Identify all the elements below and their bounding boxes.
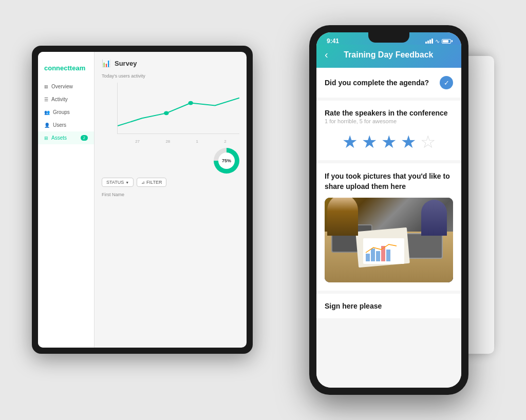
signature-question: Sign here please: [325, 302, 453, 310]
user-icon: 👤: [44, 123, 50, 128]
upload-section: If you took pictures that you'd like to …: [316, 163, 461, 291]
line-chart: [118, 83, 239, 133]
status-icons: ∿: [425, 38, 451, 45]
nav-activity-label: Activity: [51, 97, 68, 102]
nav-users[interactable]: 👤 Users: [38, 119, 94, 131]
agenda-section: Did you complete the agenda? ✓: [316, 68, 461, 98]
checkmark-icon: ✓: [444, 79, 449, 87]
star-1[interactable]: ★: [342, 131, 358, 152]
users-icon: 👥: [44, 110, 50, 115]
status-label: STATUS: [106, 180, 124, 185]
stars-container: ★ ★ ★ ★ ☆: [325, 131, 453, 152]
chart-label: Today's users activity: [102, 73, 239, 79]
svg-rect-6: [386, 250, 390, 261]
svg-point-1: [188, 101, 193, 105]
phone-screen: 9:41 ∿ ‹ Trainin: [316, 32, 461, 388]
svg-rect-3: [371, 249, 375, 261]
star-4[interactable]: ★: [401, 131, 416, 152]
wifi-icon: ∿: [435, 38, 440, 45]
status-button[interactable]: STATUS ▼: [102, 178, 134, 187]
signature-section: Sign here please: [316, 294, 461, 318]
tablet-main-panel: 📊 Survey Today's users activity 500 400 …: [95, 52, 247, 348]
page-title: Training Day Feedback: [334, 50, 443, 60]
assets-icon: ⊞: [44, 136, 48, 141]
agenda-question: Did you complete the agenda?: [325, 79, 429, 87]
chart-area: [117, 83, 239, 134]
tablet-sidebar: connectteam ⊞ Overview ☰ Activity 👥 Grou…: [38, 52, 95, 348]
filter-label: FILTER: [146, 180, 162, 185]
nav-groups[interactable]: 👥 Groups: [38, 106, 94, 119]
chevron-down-icon: ▼: [125, 181, 129, 184]
filter-icon: ⊿: [141, 180, 145, 185]
tablet-device: connectteam ⊞ Overview ☰ Activity 👥 Grou…: [32, 46, 253, 354]
phone-device: 9:41 ∿ ‹ Trainin: [309, 25, 468, 395]
phone-notch: [368, 32, 409, 43]
rating-question: Rate the speakers in the conference: [325, 109, 453, 117]
nav-assets-label: Assets: [51, 135, 67, 141]
nav-users-label: Users: [53, 122, 66, 128]
meeting-photo: [325, 198, 453, 282]
list-icon: ☰: [44, 97, 48, 102]
panel-header: 📊 Survey: [102, 59, 239, 67]
star-5[interactable]: ☆: [420, 131, 436, 152]
nav-groups-label: Groups: [53, 109, 70, 115]
nav-assets[interactable]: ⊞ Assets 2: [38, 131, 94, 144]
nav-activity[interactable]: ☰ Activity: [38, 93, 94, 106]
logo-suffix: team: [70, 64, 85, 72]
svg-rect-2: [366, 254, 370, 261]
nav-overview[interactable]: ⊞ Overview: [38, 80, 94, 93]
column-header: First Name: [102, 192, 239, 197]
agenda-checkbox[interactable]: ✓: [440, 76, 453, 89]
nav-overview-label: Overview: [51, 84, 73, 89]
upload-question: If you took pictures that you'd like to …: [325, 171, 453, 192]
agenda-row: Did you complete the agenda? ✓: [325, 76, 453, 89]
battery-icon: [442, 39, 451, 44]
chart-on-paper: [363, 238, 404, 264]
rating-subtitle: 1 for horrible, 5 for awesome: [325, 118, 453, 124]
app-logo: connectteam: [38, 60, 94, 80]
chart-icon: 📊: [102, 59, 110, 67]
status-time: 9:41: [327, 37, 339, 45]
star-2[interactable]: ★: [362, 131, 377, 152]
phone-header: ‹ Training Day Feedback: [316, 45, 461, 68]
assets-badge: 2: [81, 135, 88, 141]
star-3[interactable]: ★: [381, 131, 397, 152]
svg-rect-4: [376, 251, 380, 261]
svg-point-0: [164, 111, 168, 115]
donut-row: 75%: [102, 148, 239, 174]
donut-label: 75%: [222, 158, 231, 163]
rating-section: Rate the speakers in the conference 1 fo…: [316, 101, 461, 160]
chart-x-labels: 27 28 1 2: [122, 139, 239, 144]
photo-preview[interactable]: [325, 198, 453, 282]
phone-content: Did you complete the agenda? ✓ Rate the …: [316, 68, 461, 388]
filter-button[interactable]: ⊿ FILTER: [137, 178, 166, 187]
donut-chart: 75%: [214, 148, 239, 174]
grid-icon: ⊞: [44, 84, 48, 89]
signal-icon: [425, 39, 433, 44]
panel-title: Survey: [115, 60, 137, 67]
scene: connectteam ⊞ Overview ☰ Activity 👥 Grou…: [32, 15, 494, 405]
tablet-toolbar: STATUS ▼ ⊿ FILTER: [102, 178, 239, 187]
back-button[interactable]: ‹: [325, 49, 328, 61]
logo-prefix: connect: [44, 64, 70, 72]
